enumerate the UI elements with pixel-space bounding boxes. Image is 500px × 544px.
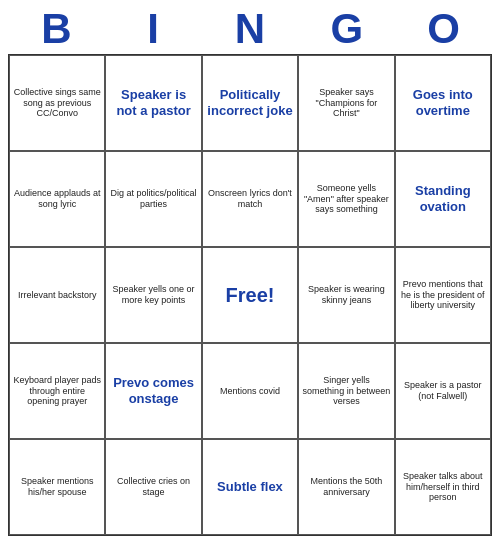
bingo-cell-14[interactable]: Prevo mentions that he is the president …	[395, 247, 491, 343]
bingo-cell-12[interactable]: Free!	[202, 247, 298, 343]
bingo-cell-10[interactable]: Irrelevant backstory	[9, 247, 105, 343]
bingo-cell-23[interactable]: Mentions the 50th anniversary	[298, 439, 394, 535]
bingo-cell-3[interactable]: Speaker says "Champions for Christ"	[298, 55, 394, 151]
bingo-cell-17[interactable]: Mentions covid	[202, 343, 298, 439]
bingo-cell-13[interactable]: Speaker is wearing skinny jeans	[298, 247, 394, 343]
bingo-grid: Collective sings same song as previous C…	[8, 54, 492, 536]
bingo-cell-11[interactable]: Speaker yells one or more key points	[105, 247, 201, 343]
bingo-cell-21[interactable]: Collective cries on stage	[105, 439, 201, 535]
title-b: B	[8, 8, 105, 50]
title-n: N	[202, 8, 299, 50]
title-i: I	[105, 8, 202, 50]
title-g: G	[298, 8, 395, 50]
bingo-cell-18[interactable]: Singer yells something in between verses	[298, 343, 394, 439]
bingo-cell-9[interactable]: Standing ovation	[395, 151, 491, 247]
bingo-cell-24[interactable]: Speaker talks about him/herself in third…	[395, 439, 491, 535]
bingo-title: B I N G O	[8, 8, 492, 50]
bingo-cell-15[interactable]: Keyboard player pads through entire open…	[9, 343, 105, 439]
bingo-cell-0[interactable]: Collective sings same song as previous C…	[9, 55, 105, 151]
bingo-cell-19[interactable]: Speaker is a pastor (not Falwell)	[395, 343, 491, 439]
bingo-cell-20[interactable]: Speaker mentions his/her spouse	[9, 439, 105, 535]
bingo-cell-5[interactable]: Audience applauds at song lyric	[9, 151, 105, 247]
title-o: O	[395, 8, 492, 50]
bingo-cell-6[interactable]: Dig at politics/political parties	[105, 151, 201, 247]
bingo-cell-22[interactable]: Subtle flex	[202, 439, 298, 535]
bingo-cell-4[interactable]: Goes into overtime	[395, 55, 491, 151]
bingo-cell-1[interactable]: Speaker is not a pastor	[105, 55, 201, 151]
bingo-cell-7[interactable]: Onscreen lyrics don't match	[202, 151, 298, 247]
bingo-cell-16[interactable]: Prevo comes onstage	[105, 343, 201, 439]
bingo-cell-2[interactable]: Politically incorrect joke	[202, 55, 298, 151]
bingo-cell-8[interactable]: Someone yells "Amen" after speaker says …	[298, 151, 394, 247]
